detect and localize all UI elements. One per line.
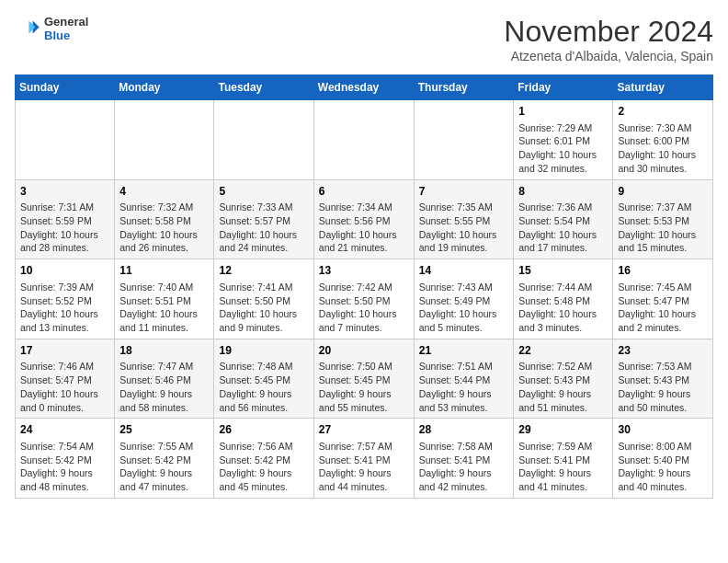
logo-icon bbox=[15, 16, 40, 41]
table-row: 26Sunrise: 7:56 AMSunset: 5:42 PMDayligh… bbox=[214, 419, 313, 499]
table-row: 9Sunrise: 7:37 AMSunset: 5:53 PMDaylight… bbox=[613, 179, 713, 259]
page-header: General Blue November 2024 Atzeneta d'Al… bbox=[15, 15, 713, 63]
table-row bbox=[313, 100, 414, 180]
table-row bbox=[16, 100, 115, 180]
day-number: 2 bbox=[618, 104, 708, 120]
table-row bbox=[115, 100, 214, 180]
table-row: 1Sunrise: 7:29 AMSunset: 6:01 PMDaylight… bbox=[514, 100, 613, 180]
table-row: 16Sunrise: 7:45 AMSunset: 5:47 PMDayligh… bbox=[613, 259, 713, 339]
table-row: 15Sunrise: 7:44 AMSunset: 5:48 PMDayligh… bbox=[514, 259, 613, 339]
header-tuesday: Tuesday bbox=[214, 75, 313, 100]
day-number: 1 bbox=[518, 104, 608, 120]
day-number: 6 bbox=[319, 184, 409, 200]
day-number: 22 bbox=[518, 343, 608, 359]
header-monday: Monday bbox=[115, 75, 214, 100]
table-row: 24Sunrise: 7:54 AMSunset: 5:42 PMDayligh… bbox=[16, 419, 115, 499]
day-info: Sunrise: 7:59 AMSunset: 5:41 PMDaylight:… bbox=[518, 440, 608, 494]
table-row: 10Sunrise: 7:39 AMSunset: 5:52 PMDayligh… bbox=[16, 259, 115, 339]
day-info: Sunrise: 7:55 AMSunset: 5:42 PMDaylight:… bbox=[119, 440, 209, 494]
day-number: 19 bbox=[219, 343, 308, 359]
day-info: Sunrise: 7:52 AMSunset: 5:43 PMDaylight:… bbox=[518, 360, 608, 414]
day-number: 7 bbox=[419, 184, 509, 200]
calendar-week-row: 17Sunrise: 7:46 AMSunset: 5:47 PMDayligh… bbox=[16, 339, 713, 419]
day-info: Sunrise: 7:40 AMSunset: 5:51 PMDaylight:… bbox=[119, 281, 209, 335]
day-number: 10 bbox=[20, 263, 109, 279]
day-number: 25 bbox=[119, 422, 209, 438]
location-subtitle: Atzeneta d'Albaida, Valencia, Spain bbox=[504, 49, 713, 63]
day-info: Sunrise: 7:37 AMSunset: 5:53 PMDaylight:… bbox=[618, 201, 708, 255]
day-number: 5 bbox=[219, 184, 308, 200]
title-section: November 2024 Atzeneta d'Albaida, Valenc… bbox=[504, 15, 713, 63]
calendar-week-row: 3Sunrise: 7:31 AMSunset: 5:59 PMDaylight… bbox=[16, 179, 713, 259]
day-number: 3 bbox=[20, 184, 109, 200]
day-info: Sunrise: 7:34 AMSunset: 5:56 PMDaylight:… bbox=[319, 201, 409, 255]
day-number: 23 bbox=[618, 343, 708, 359]
day-info: Sunrise: 7:31 AMSunset: 5:59 PMDaylight:… bbox=[20, 201, 109, 255]
table-row: 2Sunrise: 7:30 AMSunset: 6:00 PMDaylight… bbox=[613, 100, 713, 180]
day-number: 4 bbox=[119, 184, 209, 200]
logo-text: General Blue bbox=[44, 15, 88, 42]
day-number: 12 bbox=[219, 263, 308, 279]
table-row: 12Sunrise: 7:41 AMSunset: 5:50 PMDayligh… bbox=[214, 259, 313, 339]
day-number: 24 bbox=[20, 422, 109, 438]
day-number: 26 bbox=[219, 422, 308, 438]
day-info: Sunrise: 7:44 AMSunset: 5:48 PMDaylight:… bbox=[518, 281, 608, 335]
day-number: 21 bbox=[419, 343, 509, 359]
calendar-header-row: Sunday Monday Tuesday Wednesday Thursday… bbox=[16, 75, 713, 100]
header-friday: Friday bbox=[514, 75, 613, 100]
table-row: 5Sunrise: 7:33 AMSunset: 5:57 PMDaylight… bbox=[214, 179, 313, 259]
day-number: 20 bbox=[319, 343, 409, 359]
table-row: 19Sunrise: 7:48 AMSunset: 5:45 PMDayligh… bbox=[214, 339, 313, 419]
table-row: 28Sunrise: 7:58 AMSunset: 5:41 PMDayligh… bbox=[414, 419, 514, 499]
day-info: Sunrise: 7:51 AMSunset: 5:44 PMDaylight:… bbox=[419, 360, 509, 414]
logo: General Blue bbox=[15, 15, 88, 42]
day-info: Sunrise: 7:47 AMSunset: 5:46 PMDaylight:… bbox=[119, 360, 209, 414]
day-info: Sunrise: 7:50 AMSunset: 5:45 PMDaylight:… bbox=[319, 360, 409, 414]
calendar-week-row: 10Sunrise: 7:39 AMSunset: 5:52 PMDayligh… bbox=[16, 259, 713, 339]
calendar-week-row: 1Sunrise: 7:29 AMSunset: 6:01 PMDaylight… bbox=[16, 100, 713, 180]
calendar-week-row: 24Sunrise: 7:54 AMSunset: 5:42 PMDayligh… bbox=[16, 419, 713, 499]
day-info: Sunrise: 7:32 AMSunset: 5:58 PMDaylight:… bbox=[119, 201, 209, 255]
day-info: Sunrise: 7:36 AMSunset: 5:54 PMDaylight:… bbox=[518, 201, 608, 255]
day-info: Sunrise: 7:46 AMSunset: 5:47 PMDaylight:… bbox=[20, 360, 109, 414]
table-row: 8Sunrise: 7:36 AMSunset: 5:54 PMDaylight… bbox=[514, 179, 613, 259]
day-info: Sunrise: 8:00 AMSunset: 5:40 PMDaylight:… bbox=[618, 440, 708, 494]
table-row: 23Sunrise: 7:53 AMSunset: 5:43 PMDayligh… bbox=[613, 339, 713, 419]
day-info: Sunrise: 7:39 AMSunset: 5:52 PMDaylight:… bbox=[20, 281, 109, 335]
day-info: Sunrise: 7:45 AMSunset: 5:47 PMDaylight:… bbox=[618, 281, 708, 335]
day-number: 30 bbox=[618, 422, 708, 438]
header-wednesday: Wednesday bbox=[313, 75, 414, 100]
day-info: Sunrise: 7:33 AMSunset: 5:57 PMDaylight:… bbox=[219, 201, 308, 255]
table-row: 13Sunrise: 7:42 AMSunset: 5:50 PMDayligh… bbox=[313, 259, 414, 339]
day-number: 14 bbox=[419, 263, 509, 279]
day-number: 15 bbox=[518, 263, 608, 279]
table-row: 25Sunrise: 7:55 AMSunset: 5:42 PMDayligh… bbox=[115, 419, 214, 499]
table-row: 6Sunrise: 7:34 AMSunset: 5:56 PMDaylight… bbox=[313, 179, 414, 259]
day-info: Sunrise: 7:58 AMSunset: 5:41 PMDaylight:… bbox=[419, 440, 509, 494]
table-row bbox=[214, 100, 313, 180]
calendar: Sunday Monday Tuesday Wednesday Thursday… bbox=[15, 75, 713, 499]
day-number: 28 bbox=[419, 422, 509, 438]
header-sunday: Sunday bbox=[16, 75, 115, 100]
table-row: 4Sunrise: 7:32 AMSunset: 5:58 PMDaylight… bbox=[115, 179, 214, 259]
header-thursday: Thursday bbox=[414, 75, 514, 100]
day-info: Sunrise: 7:53 AMSunset: 5:43 PMDaylight:… bbox=[618, 360, 708, 414]
day-number: 8 bbox=[518, 184, 608, 200]
table-row: 30Sunrise: 8:00 AMSunset: 5:40 PMDayligh… bbox=[613, 419, 713, 499]
day-info: Sunrise: 7:56 AMSunset: 5:42 PMDaylight:… bbox=[219, 440, 308, 494]
table-row: 27Sunrise: 7:57 AMSunset: 5:41 PMDayligh… bbox=[313, 419, 414, 499]
table-row: 20Sunrise: 7:50 AMSunset: 5:45 PMDayligh… bbox=[313, 339, 414, 419]
day-info: Sunrise: 7:42 AMSunset: 5:50 PMDaylight:… bbox=[319, 281, 409, 335]
day-number: 11 bbox=[119, 263, 209, 279]
table-row: 11Sunrise: 7:40 AMSunset: 5:51 PMDayligh… bbox=[115, 259, 214, 339]
day-number: 9 bbox=[618, 184, 708, 200]
table-row: 14Sunrise: 7:43 AMSunset: 5:49 PMDayligh… bbox=[414, 259, 514, 339]
table-row: 18Sunrise: 7:47 AMSunset: 5:46 PMDayligh… bbox=[115, 339, 214, 419]
day-info: Sunrise: 7:41 AMSunset: 5:50 PMDaylight:… bbox=[219, 281, 308, 335]
day-number: 18 bbox=[119, 343, 209, 359]
day-info: Sunrise: 7:35 AMSunset: 5:55 PMDaylight:… bbox=[419, 201, 509, 255]
day-number: 29 bbox=[518, 422, 608, 438]
day-number: 27 bbox=[319, 422, 409, 438]
day-info: Sunrise: 7:43 AMSunset: 5:49 PMDaylight:… bbox=[419, 281, 509, 335]
table-row: 29Sunrise: 7:59 AMSunset: 5:41 PMDayligh… bbox=[514, 419, 613, 499]
